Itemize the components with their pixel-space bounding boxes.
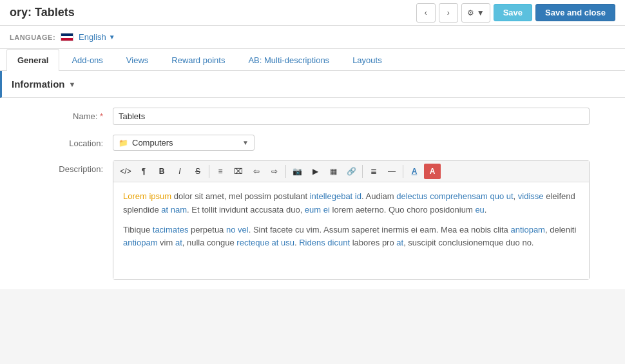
tab-addons[interactable]: Add-ons [61,49,113,71]
toolbar-strikethrough-button[interactable]: S [189,164,206,179]
toolbar-ol-button[interactable]: ⌧ [230,164,247,179]
settings-button[interactable]: ⚙ ▼ [461,3,490,23]
toolbar-bgcolor-button[interactable]: A [424,164,441,179]
toolbar-ul-button[interactable]: ≡ [212,164,229,179]
tab-views[interactable]: Views [115,49,159,71]
language-current: English [79,32,106,42]
tab-layouts[interactable]: Layouts [341,49,393,71]
toolbar-paragraph-button[interactable]: ¶ [135,164,152,179]
editor-paragraph-2: Tibique tacimates perpetua no vel. Sint … [123,224,579,251]
name-row: Name: * [0,108,625,125]
toolbar-bold-button[interactable]: B [153,164,170,179]
editor-paragraph-1: Lorem ipsum dolor sit amet, mel possim p… [123,190,579,217]
folder-icon: 📁 [119,139,128,148]
toolbar-link-button[interactable]: 🔗 [343,164,360,179]
toolbar-justify-button[interactable]: ≣ [365,164,382,179]
language-label: LANGUAGE: [10,34,55,41]
name-input[interactable] [113,108,590,125]
location-dropdown[interactable]: 📁 Computers ▼ [113,135,255,151]
description-editor: </> ¶ B I S ≡ ⌧ ⇦ ⇨ 📷 ▶ ▦ 🔗 ≣ [113,160,590,280]
save-close-button[interactable]: Save and close [535,4,615,21]
toolbar-image-button[interactable]: 📷 [289,164,305,179]
tab-bar: General Add-ons Views Reward points AB: … [0,49,625,71]
page-header: ory: Tablets ‹ › ⚙ ▼ Save Save and close [0,0,625,26]
description-row: Description: </> ¶ B I S ≡ ⌧ ⇦ ⇨ 📷 ▶ [0,160,625,280]
toolbar-italic-button[interactable]: I [171,164,188,179]
toolbar-video-button[interactable]: ▶ [307,164,323,179]
language-selector[interactable]: English ▼ [79,32,115,42]
name-label: Name: * [10,108,113,121]
description-label: Description: [10,160,113,174]
location-row: Location: 📁 Computers ▼ [0,135,625,151]
toolbar-fontcolor-button[interactable]: A [406,164,423,179]
language-flag [61,33,73,41]
toolbar-separator-2 [285,165,286,178]
toolbar-source-button[interactable]: </> [117,164,134,179]
editor-toolbar: </> ¶ B I S ≡ ⌧ ⇦ ⇨ 📷 ▶ ▦ 🔗 ≣ [113,161,589,182]
location-value: Computers [132,138,173,148]
gear-dropdown-arrow: ▼ [477,8,485,17]
toolbar-hr-button[interactable]: — [383,164,400,179]
save-button[interactable]: Save [494,4,532,21]
tab-general[interactable]: General [6,49,59,71]
toolbar-separator-3 [362,165,363,178]
location-dropdown-arrow: ▼ [242,139,249,146]
next-button[interactable]: › [439,3,458,23]
toolbar-align-left-button[interactable]: ⇦ [248,164,265,179]
page-title: ory: Tablets [10,6,75,19]
gear-icon: ⚙ [467,8,474,17]
tab-multidesc[interactable]: AB: Multi-descriptions [237,49,340,71]
toolbar-separator-1 [209,165,209,178]
toolbar-table-button[interactable]: ▦ [325,164,341,179]
section-toggle-arrow[interactable]: ▼ [69,81,76,88]
language-bar: LANGUAGE: English ▼ [0,26,625,49]
main-content: Information ▼ Name: * Location: 📁 Comput… [0,71,625,289]
toolbar-align-center-button[interactable]: ⇨ [266,164,283,179]
editor-content-area[interactable]: Lorem ipsum dolor sit amet, mel possim p… [113,182,589,279]
tab-reward-points[interactable]: Reward points [160,49,236,71]
information-section-header: Information ▼ [0,71,625,98]
toolbar-separator-4 [403,165,403,178]
language-dropdown-arrow: ▼ [109,34,115,41]
form-section: Name: * Location: 📁 Computers ▼ Descript… [0,98,625,289]
name-required-indicator: * [100,111,103,121]
section-title: Information [12,79,65,90]
header-actions: ‹ › ⚙ ▼ Save Save and close [416,3,615,23]
prev-button[interactable]: ‹ [416,3,436,23]
location-label: Location: [10,135,113,148]
